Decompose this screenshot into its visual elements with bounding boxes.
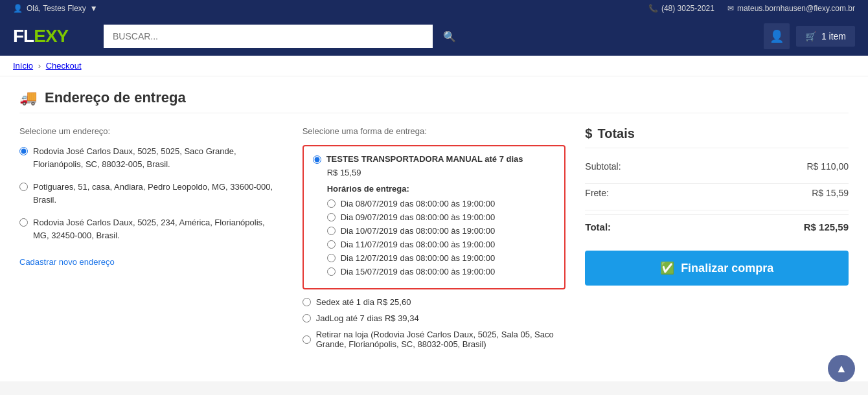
totals-divider-2: [585, 210, 849, 210]
subtotal-value: R$ 110,00: [806, 161, 849, 172]
breadcrumb-checkout[interactable]: Checkout: [46, 61, 82, 71]
total-row: Total: R$ 125,59: [585, 214, 849, 238]
address-label-3: Rodovia José Carlos Daux, 5025, 234, Amé…: [33, 216, 283, 242]
schedule-item-2: Dia 09/07/2019 das 08:00:00 às 19:00:00: [327, 212, 556, 222]
schedule-radio-2[interactable]: [327, 213, 336, 221]
schedule-item-6: Dia 15/07/2019 das 08:00:00 às 19:00:00: [327, 267, 556, 276]
total-label: Total:: [585, 221, 611, 232]
breadcrumb-separator: ›: [38, 61, 41, 71]
delivery-radio-sedex[interactable]: [303, 298, 311, 306]
schedule-label-1: Dia 08/07/2019 das 08:00:00 às 19:00:00: [341, 199, 496, 209]
email-address: mateus.bornhausen@flexy.com.br: [737, 4, 855, 13]
cart-button[interactable]: 🛒 1 item: [796, 26, 855, 47]
delivery-option-jadlog: JadLog até 7 dias R$ 39,34: [303, 313, 566, 323]
address-radio-2[interactable]: [19, 183, 28, 191]
schedule-item-5: Dia 12/07/2019 das 08:00:00 às 19:00:00: [327, 253, 556, 263]
logo-exy: EXY: [34, 26, 68, 46]
breadcrumb-inicio[interactable]: Início: [13, 61, 33, 71]
delivery-price-main: R$ 15,59: [327, 168, 556, 177]
search-input[interactable]: [104, 25, 433, 48]
delivery-label-jadlog: JadLog até 7 dias R$ 39,34: [316, 313, 419, 323]
totals-heading: Totais: [597, 126, 634, 141]
delivery-name-main: TESTES TRANSPORTADORA MANUAL até 7 dias: [326, 154, 523, 164]
delivery-radio-retirar[interactable]: [303, 335, 311, 344]
schedule-radio-3[interactable]: [327, 227, 336, 235]
header-right: 👤 🛒 1 item: [764, 23, 855, 49]
delivery-radio-main[interactable]: [313, 155, 321, 164]
add-address-link[interactable]: Cadastrar novo endereço: [19, 257, 115, 267]
logo[interactable]: FLEXY: [13, 26, 91, 47]
schedule-label-5: Dia 12/07/2019 das 08:00:00 às 19:00:00: [341, 253, 496, 263]
phone-icon: 📞: [648, 4, 658, 13]
delivery-label-sedex: Sedex até 1 dia R$ 25,60: [316, 297, 411, 307]
address-option-3: Rodovia José Carlos Daux, 5025, 234, Amé…: [19, 216, 283, 242]
address-radio-1[interactable]: [19, 147, 28, 155]
user-icon: 👤: [13, 4, 23, 13]
address-option-2: Potiguares, 51, casa, Andiara, Pedro Leo…: [19, 181, 283, 206]
schedule-item-1: Dia 08/07/2019 das 08:00:00 às 19:00:00: [327, 199, 556, 209]
phone-info: 📞 (48) 3025-2021: [648, 4, 714, 13]
account-button[interactable]: 👤: [764, 23, 790, 49]
finalize-label: Finalizar compra: [681, 262, 773, 275]
frete-value: R$ 15,59: [812, 188, 849, 198]
address-option-1: Rodovia José Carlos Daux, 5025, 5025, Sa…: [19, 145, 283, 170]
main-content: 🚚 Endereço de entrega Selecione um ender…: [0, 76, 868, 381]
subtotal-row: Subtotal: R$ 110,00: [585, 161, 849, 177]
page-title-section: 🚚 Endereço de entrega: [19, 89, 849, 113]
cart-count: 1 item: [821, 31, 846, 41]
address-radio-3[interactable]: [19, 218, 28, 227]
address-column: Selecione um endereço: Rodovia José Carl…: [19, 126, 283, 356]
truck-icon: 🚚: [19, 89, 37, 106]
finalize-button[interactable]: ✅ Finalizar compra: [585, 251, 849, 286]
schedule-label-6: Dia 15/07/2019 das 08:00:00 às 19:00:00: [341, 267, 496, 276]
contact-info: 📞 (48) 3025-2021 ✉ mateus.bornhausen@fle…: [648, 4, 855, 13]
frete-row: Frete: R$ 15,59: [585, 188, 849, 203]
schedule-label-4: Dia 11/07/2019 das 08:00:00 às 19:00:00: [341, 240, 496, 249]
schedule-label: Horários de entrega:: [327, 184, 556, 194]
user-greeting: Olá, Testes Flexy: [27, 4, 86, 13]
delivery-column: Selecione uma forma de entrega: TESTES T…: [303, 126, 566, 356]
breadcrumb: Início › Checkout: [0, 56, 868, 76]
user-menu[interactable]: 👤 Olá, Testes Flexy ▼: [13, 4, 98, 13]
delivery-option-retirar: Retirar na loja (Rodovia José Carlos Dau…: [303, 330, 566, 349]
schedule-item-3: Dia 10/07/2019 das 08:00:00 às 19:00:00: [327, 226, 556, 236]
search-button[interactable]: 🔍: [433, 25, 466, 48]
totals-column: $ Totais Subtotal: R$ 110,00 Frete: R$ 1…: [585, 126, 849, 356]
subtotal-label: Subtotal:: [585, 161, 621, 172]
email-icon: ✉: [727, 4, 734, 13]
header: FLEXY 🔍 👤 🛒 1 item: [0, 17, 868, 56]
schedule-radio-1[interactable]: [327, 199, 336, 208]
delivery-option-sedex: Sedex até 1 dia R$ 25,60: [303, 297, 566, 307]
schedule-radio-4[interactable]: [327, 240, 336, 249]
page-title: Endereço de entrega: [45, 89, 186, 106]
schedule-radio-5[interactable]: [327, 254, 336, 262]
back-to-top-button[interactable]: ▲: [828, 355, 855, 381]
search-bar: 🔍: [104, 25, 466, 48]
phone-number: (48) 3025-2021: [661, 4, 714, 13]
total-value: R$ 125,59: [804, 221, 849, 232]
cart-icon: 🛒: [805, 31, 816, 41]
content-grid: Selecione um endereço: Rodovia José Carl…: [19, 126, 849, 356]
delivery-option-main: TESTES TRANSPORTADORA MANUAL até 7 dias: [313, 154, 556, 164]
delivery-box-main: TESTES TRANSPORTADORA MANUAL até 7 dias …: [303, 145, 566, 289]
totals-title: $ Totais: [585, 126, 849, 148]
top-bar: 👤 Olá, Testes Flexy ▼ 📞 (48) 3025-2021 ✉…: [0, 0, 868, 17]
schedule-item-4: Dia 11/07/2019 das 08:00:00 às 19:00:00: [327, 240, 556, 249]
delivery-label-retirar: Retirar na loja (Rodovia José Carlos Dau…: [316, 330, 566, 349]
schedule-radio-6[interactable]: [327, 267, 336, 276]
address-label-2: Potiguares, 51, casa, Andiara, Pedro Leo…: [33, 181, 283, 206]
dollar-icon: $: [585, 126, 592, 141]
address-section-label: Selecione um endereço:: [19, 126, 283, 136]
schedule-label-2: Dia 09/07/2019 das 08:00:00 às 19:00:00: [341, 212, 496, 222]
check-icon: ✅: [660, 261, 674, 275]
schedule-label-3: Dia 10/07/2019 das 08:00:00 às 19:00:00: [341, 226, 496, 236]
delivery-section-label: Selecione uma forma de entrega:: [303, 126, 566, 136]
dropdown-arrow: ▼: [90, 4, 98, 13]
email-info: ✉ mateus.bornhausen@flexy.com.br: [727, 4, 855, 13]
delivery-radio-jadlog[interactable]: [303, 314, 311, 322]
logo-fl: FL: [13, 26, 34, 46]
address-label-1: Rodovia José Carlos Daux, 5025, 5025, Sa…: [33, 145, 283, 170]
arrow-up-icon: ▲: [836, 362, 847, 376]
totals-divider-1: [585, 183, 849, 184]
frete-label: Frete:: [585, 188, 609, 198]
